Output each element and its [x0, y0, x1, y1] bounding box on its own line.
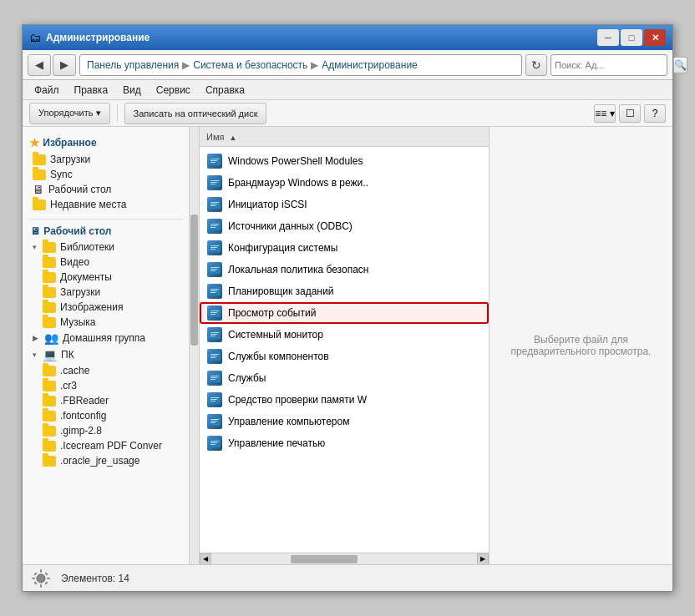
sidebar-item-homegroup[interactable]: ▶ 👥 Домашняя группа: [23, 330, 189, 346]
toolbar: Упорядочить ▾ Записать на оптический дис…: [23, 100, 672, 127]
svg-rect-46: [211, 399, 217, 400]
forward-button[interactable]: ▶: [53, 54, 76, 76]
svg-rect-42: [211, 377, 217, 378]
layout-button[interactable]: ☐: [619, 104, 641, 123]
sidebar-item-images[interactable]: Изображения: [23, 300, 189, 315]
column-name-label: Имя: [206, 132, 224, 142]
file-item[interactable]: Системный монитор: [200, 324, 489, 346]
breadcrumb[interactable]: Панель управления ▶ Система и безопаснос…: [79, 54, 522, 76]
file-item[interactable]: Конфигурация системы: [200, 237, 489, 259]
sidebar-item-downloads[interactable]: Загрузки: [23, 285, 189, 300]
sidebar-desktop-header[interactable]: 🖥 Рабочий стол: [23, 223, 189, 240]
file-item[interactable]: Службы компонентов: [200, 346, 489, 367]
svg-rect-10: [211, 204, 217, 204]
file-item[interactable]: Источники данных (ODBC): [200, 215, 489, 237]
sidebar-item-video[interactable]: Видео: [23, 255, 189, 270]
menu-help[interactable]: Справка: [199, 83, 251, 98]
breadcrumb-part-1[interactable]: Панель управления: [87, 59, 179, 71]
sidebar-item-sync-fav[interactable]: Sync: [23, 167, 189, 182]
sidebar-item-documents[interactable]: Документы: [23, 270, 189, 285]
file-item[interactable]: Планировщик заданий: [200, 280, 489, 302]
title-bar-left: 🗂 Администрирование: [29, 31, 150, 44]
search-box[interactable]: 🔍: [550, 54, 667, 76]
svg-rect-17: [211, 245, 219, 246]
sidebar-scrollbar-thumb[interactable]: [190, 215, 198, 346]
file-item-name: Windows PowerShell Modules: [228, 155, 363, 167]
title-bar-controls: ─ □ ✕: [597, 29, 666, 46]
sidebar-item-libraries[interactable]: ▾ Библиотеки: [23, 240, 189, 255]
file-item[interactable]: Управление компьютером: [200, 411, 489, 432]
sidebar-scrollbar[interactable]: [190, 127, 200, 564]
column-name-header[interactable]: Имя ▲: [206, 132, 236, 142]
sidebar-item-desktop-fav[interactable]: 🖥 Рабочий стол: [23, 182, 189, 197]
refresh-button[interactable]: ↻: [525, 54, 547, 76]
svg-rect-31: [211, 314, 216, 315]
hscroll-right-button[interactable]: ▶: [477, 553, 489, 565]
svg-rect-21: [211, 267, 219, 268]
hscroll-thumb[interactable]: [291, 555, 358, 563]
sidebar-item-icecream[interactable]: .Icecream PDF Conver: [23, 438, 189, 453]
file-item-name: Средство проверки памяти W: [228, 394, 367, 406]
search-button[interactable]: 🔍: [673, 57, 687, 73]
maximize-button[interactable]: □: [621, 29, 642, 46]
status-icon: [29, 567, 53, 590]
sidebar-item-cache[interactable]: .cache: [23, 363, 189, 378]
menu-view[interactable]: Вид: [116, 83, 148, 98]
file-item[interactable]: Windows PowerShell Modules: [200, 150, 489, 172]
search-input[interactable]: [555, 60, 670, 70]
view-toggle-button[interactable]: ≡≡ ▾: [594, 104, 616, 123]
sidebar-item-recent-fav[interactable]: Недавние места: [23, 197, 189, 212]
sidebar-item-music[interactable]: Музыка: [23, 315, 189, 330]
sidebar-item-fontconfig[interactable]: .fontconfig: [23, 408, 189, 423]
breadcrumb-part-3[interactable]: Администрирование: [322, 59, 417, 71]
menu-service[interactable]: Сервис: [150, 83, 197, 98]
sidebar-item-gimp[interactable]: .gimp-2.8: [23, 423, 189, 438]
star-icon: ★: [29, 136, 40, 149]
file-item-name: Просмотр событий: [228, 307, 316, 319]
menu-file[interactable]: Файл: [28, 83, 66, 98]
file-item[interactable]: Службы: [200, 367, 489, 389]
hscroll-left-button[interactable]: ◀: [200, 553, 211, 565]
svg-rect-63: [33, 581, 37, 584]
sidebar-divider-1: [29, 219, 182, 220]
file-item[interactable]: Просмотр событий: [200, 302, 489, 324]
sidebar-favorites-label: Избранное: [43, 137, 96, 149]
breadcrumb-part-2[interactable]: Система и безопасность: [193, 59, 307, 71]
svg-rect-45: [211, 397, 219, 398]
hscroll-track[interactable]: [211, 553, 477, 565]
file-item[interactable]: Локальная политика безопасн: [200, 259, 489, 280]
svg-rect-51: [211, 422, 216, 423]
svg-rect-61: [33, 572, 37, 575]
svg-rect-64: [44, 581, 48, 584]
admin-item-icon: [207, 392, 222, 407]
admin-item-icon: [207, 219, 222, 234]
admin-item-icon: [207, 436, 222, 451]
sidebar-favorites-header[interactable]: ★ Избранное: [23, 134, 189, 152]
sidebar-item-pc[interactable]: ▾ 💻 ПК: [23, 346, 189, 363]
svg-point-56: [37, 574, 45, 583]
admin-item-icon: [207, 284, 222, 299]
sidebar-item-downloads-fav[interactable]: Загрузки: [23, 152, 189, 167]
window-icon: 🗂: [29, 31, 41, 44]
svg-rect-7: [211, 184, 216, 184]
svg-rect-34: [211, 334, 217, 335]
file-item[interactable]: Брандмауэр Windows в режи..: [200, 172, 489, 194]
file-item[interactable]: Управление печатью: [200, 432, 489, 454]
close-button[interactable]: ✕: [644, 29, 666, 46]
menu-edit[interactable]: Правка: [68, 83, 115, 98]
help-button[interactable]: ?: [644, 104, 666, 123]
svg-rect-37: [211, 354, 219, 355]
file-item-name: Планировщик заданий: [228, 285, 333, 297]
file-item-name: Инициатор iSCSI: [228, 199, 307, 210]
minimize-button[interactable]: ─: [597, 29, 619, 46]
admin-item-icon: [207, 262, 222, 277]
sidebar-item-cr3[interactable]: .cr3: [23, 378, 189, 393]
back-button[interactable]: ◀: [28, 54, 51, 76]
sidebar-item-fbreader[interactable]: .FBReader: [23, 393, 189, 408]
burn-button[interactable]: Записать на оптический диск: [124, 103, 267, 124]
sidebar-item-oracle[interactable]: .oracle_jre_usage: [23, 453, 189, 468]
organize-button[interactable]: Упорядочить ▾: [29, 103, 110, 124]
file-item[interactable]: Инициатор iSCSI: [200, 194, 489, 215]
horizontal-scrollbar[interactable]: ◀ ▶: [200, 553, 489, 564]
file-item[interactable]: Средство проверки памяти W: [200, 389, 489, 411]
